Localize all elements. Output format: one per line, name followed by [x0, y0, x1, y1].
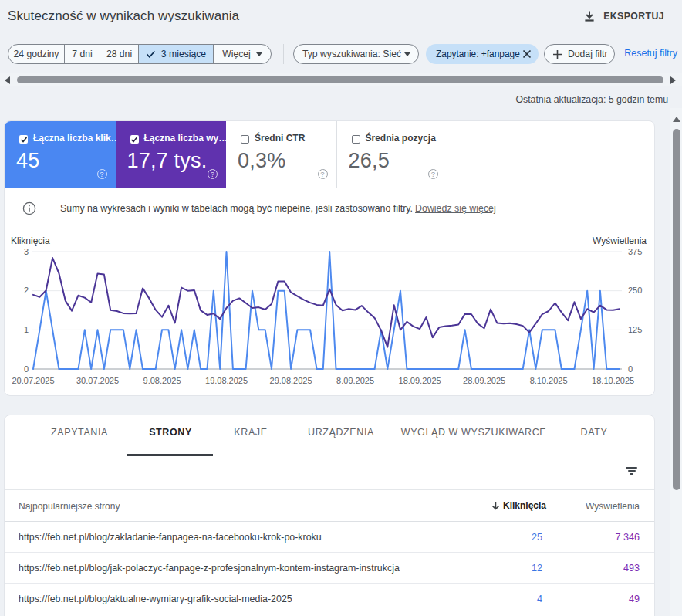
x-axis-date-label: 30.07.2025 — [76, 376, 119, 385]
right-axis-title: Wyświetlenia — [593, 235, 647, 246]
ctr-card-value: 0,3% — [238, 149, 285, 173]
left-axis-tick: 1 — [24, 325, 29, 334]
export-button[interactable]: EKSPORTUJ — [583, 10, 664, 22]
clicks-header-label: Kliknięcia — [503, 500, 546, 511]
checkbox-check-icon — [20, 136, 28, 144]
range-28d-button[interactable]: 28 dni — [100, 45, 139, 63]
scroll-right-arrow-icon[interactable] — [670, 76, 676, 84]
total-clicks-card[interactable]: Łączna liczba klik… 45 ? — [5, 121, 116, 188]
export-label: EKSPORTUJ — [603, 11, 664, 22]
page-title: Skuteczność w wynikach wyszukiwania — [8, 8, 239, 24]
total-impressions-card[interactable]: Łączna liczba wy… 17,7 tys. ? — [116, 121, 227, 188]
tab-kraje[interactable]: KRAJE — [234, 427, 267, 438]
x-axis-date-label: 9.08.2025 — [143, 376, 181, 385]
check-icon — [146, 50, 156, 59]
impressions-card-value: 17,7 tys. — [127, 149, 208, 173]
x-axis-date-label: 18.09.2025 — [399, 376, 441, 385]
filter-list-icon[interactable] — [626, 467, 637, 477]
help-icon[interactable]: ? — [318, 169, 328, 179]
average-ctr-card[interactable]: Średni CTR 0,3% ? — [226, 121, 337, 188]
horizontal-scrollbar-thumb[interactable] — [17, 76, 663, 83]
page-url[interactable]: https://feb.net.pl/blog/aktualne-wymiary… — [19, 594, 292, 604]
clicks-checkbox[interactable] — [19, 135, 28, 144]
range-3m-label: 3 miesiące — [161, 49, 206, 59]
tab-zapytania[interactable]: ZAPYTANIA — [51, 427, 108, 438]
tab-wyglad[interactable]: WYGLĄD W WYSZUKIWARCE — [401, 427, 547, 438]
horizontal-scrollbar-track[interactable] — [0, 73, 682, 86]
right-axis-tick: 125 — [628, 325, 642, 334]
page-url[interactable]: https://feb.net.pl/blog/zakladanie-fanpa… — [19, 532, 322, 543]
sort-descending-icon — [491, 501, 500, 510]
download-icon — [583, 10, 596, 22]
help-icon[interactable]: ? — [97, 169, 107, 179]
table-row[interactable]: https://feb.net.pl/blog/aktualne-wymiary… — [5, 584, 654, 614]
chevron-down-icon — [404, 52, 410, 56]
range-more-label: Więcej — [222, 49, 251, 59]
right-axis-tick: 0 — [628, 364, 633, 374]
add-filter-label: Dodaj filtr — [568, 49, 607, 59]
average-position-card[interactable]: Średnia pozycja 26,5 ? — [337, 121, 448, 188]
clicks-card-value: 45 — [16, 149, 39, 173]
performance-panel: Łączna liczba klik… 45 ? Łączna liczba w… — [4, 120, 655, 396]
range-more-button[interactable]: Więcej — [214, 45, 271, 63]
last-update-status: Ostatnia aktualizacja: 5 godzin temu — [515, 94, 668, 105]
right-axis-tick: 250 — [628, 286, 642, 295]
ctr-card-label: Średni CTR — [255, 133, 305, 144]
impressions-card-label: Łączna liczba wy… — [144, 133, 228, 144]
date-range-segmented-control: 24 godziny 7 dni 28 dni 3 miesiące Więce… — [8, 44, 272, 64]
table-row[interactable]: https://feb.net.pl/blog/zakladanie-fanpa… — [5, 522, 654, 553]
x-axis-date-label: 18.10.2025 — [592, 376, 634, 385]
plus-icon — [552, 49, 562, 59]
position-checkbox[interactable] — [352, 135, 360, 144]
search-type-filter[interactable]: Typ wyszukiwania: Sieć — [293, 44, 419, 64]
row-clicks-value: 4 — [537, 594, 542, 604]
search-type-label: Typ wyszukiwania: Sieć — [302, 49, 401, 59]
row-clicks-value: 25 — [532, 532, 542, 543]
position-card-label: Średnia pozycja — [366, 133, 436, 144]
banner-text: Sumy na wykresach i wyniki w tabelach mo… — [60, 203, 496, 214]
left-axis-title: Kliknięcia — [11, 235, 50, 246]
metric-cards-row: Łączna liczba klik… 45 ? Łączna liczba w… — [5, 121, 654, 188]
row-clicks-value: 12 — [532, 563, 542, 574]
table-row[interactable]: https://feb.net.pl/blog/jak-polaczyc-fan… — [5, 553, 654, 584]
help-icon[interactable]: ? — [208, 169, 218, 179]
info-banner: Sumy na wykresach i wyniki w tabelach mo… — [5, 188, 654, 225]
chevron-down-icon — [256, 52, 262, 56]
checkbox-check-icon — [130, 136, 138, 144]
impressions-checkbox[interactable] — [130, 135, 139, 144]
clicks-card-label: Łączna liczba klik… — [33, 133, 120, 144]
reset-filters-link[interactable]: Resetuj filtry — [624, 48, 677, 59]
tab-strony[interactable]: STRONY — [149, 427, 192, 438]
learn-more-link[interactable]: Dowiedz się więcej — [415, 203, 496, 214]
scroll-up-arrow-icon[interactable] — [673, 117, 680, 122]
row-impressions-value: 49 — [629, 594, 640, 604]
column-header-clicks[interactable]: Kliknięcia — [491, 500, 546, 511]
ctr-checkbox[interactable] — [241, 135, 249, 144]
info-icon — [22, 201, 36, 215]
vertical-scrollbar-thumb[interactable] — [673, 129, 680, 490]
right-axis-tick: 375 — [628, 247, 642, 256]
search-console-performance-page: Skuteczność w wynikach wyszukiwania EKSP… — [0, 0, 682, 616]
x-axis-date-label: 8.10.2025 — [530, 376, 568, 385]
add-filter-button[interactable]: Dodaj filtr — [544, 44, 615, 64]
x-axis-date-label: 29.08.2025 — [270, 376, 312, 385]
table-filter-row — [5, 459, 654, 490]
x-axis-date-label: 20.07.2025 — [12, 376, 54, 385]
range-24h-button[interactable]: 24 godziny — [8, 45, 65, 63]
position-card-value: 26,5 — [349, 149, 390, 173]
range-7d-button[interactable]: 7 dni — [65, 45, 100, 63]
tab-daty[interactable]: DATY — [581, 427, 608, 438]
range-3m-button[interactable]: 3 miesiące — [139, 45, 214, 63]
help-icon[interactable]: ? — [428, 169, 438, 179]
row-impressions-value: 7 346 — [615, 532, 640, 543]
page-url[interactable]: https://feb.net.pl/blog/jak-polaczyc-fan… — [19, 563, 400, 574]
tab-urzadzenia[interactable]: URZĄDZENIA — [308, 427, 374, 438]
row-impressions-value: 493 — [623, 563, 640, 574]
query-filter-label: Zapytanie: +fanpage — [436, 49, 520, 59]
close-icon[interactable] — [522, 49, 532, 59]
query-filter-chip[interactable]: Zapytanie: +fanpage — [426, 44, 539, 64]
banner-message: Sumy na wykresach i wyniki w tabelach mo… — [60, 203, 413, 214]
x-axis-date-label: 28.09.2025 — [463, 376, 505, 385]
scroll-left-arrow-icon[interactable] — [5, 76, 10, 84]
x-axis-date-label: 8.09.2025 — [336, 376, 374, 385]
